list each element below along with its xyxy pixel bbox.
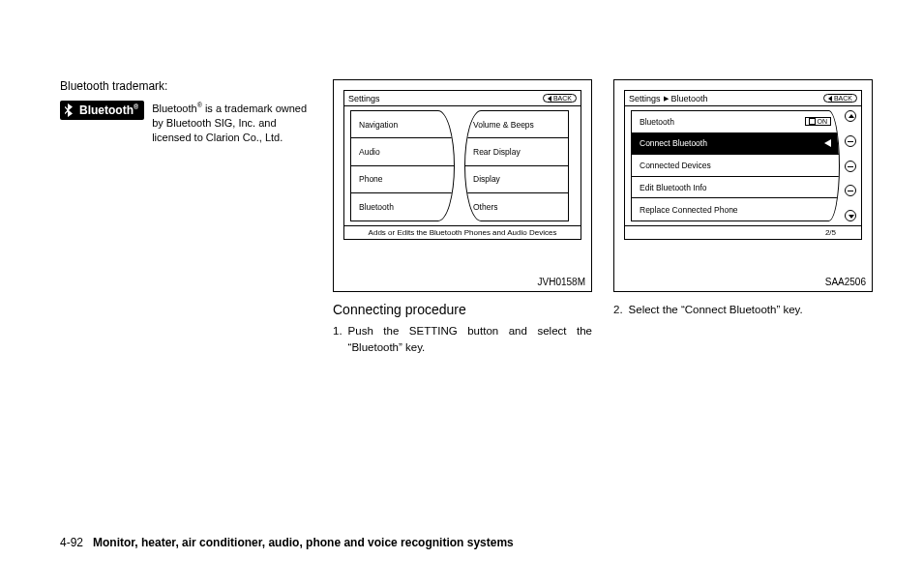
column-trademark: Bluetooth trademark: Bluetooth® Bluetoot… — [60, 79, 312, 379]
screen-settings-footer: Adds or Edits the Bluetooth Phones and A… — [344, 225, 581, 239]
figure-bluetooth: Settings ▶ Bluetooth BACK Bluetooth ON — [613, 79, 873, 292]
section-title: Monitor, heater, air conditioner, audio,… — [93, 536, 514, 549]
screen-bluetooth-body: Bluetooth ON Connect Bluetooth Connected… — [625, 106, 861, 225]
back-button-label: BACK — [553, 95, 572, 102]
scroll-controls — [845, 110, 858, 221]
bluetooth-logo: Bluetooth® — [60, 101, 144, 120]
scroll-mid3-icon[interactable] — [845, 185, 856, 196]
trademark-body: Bluetooth® is a trademark owned by Bluet… — [152, 101, 312, 146]
settings-left-panel: Navigation Audio Phone Bluetooth — [350, 110, 455, 221]
cursor-arrow-icon — [824, 139, 831, 147]
figure-settings: Settings BACK Navigation Audio Phone Blu… — [333, 79, 592, 292]
screen-settings-body: Navigation Audio Phone Bluetooth Volume … — [344, 106, 581, 225]
breadcrumb: Settings ▶ Bluetooth — [629, 94, 708, 103]
settings-right-panel: Volume & Beeps Rear Display Display Othe… — [464, 110, 569, 221]
screen-settings: Settings BACK Navigation Audio Phone Blu… — [343, 90, 581, 240]
column-figure2: Settings ▶ Bluetooth BACK Bluetooth ON — [613, 79, 873, 379]
menu-connect-bluetooth[interactable]: Connect Bluetooth — [632, 133, 839, 156]
menu-audio[interactable]: Audio — [351, 138, 454, 165]
crumb-bluetooth: Bluetooth — [671, 94, 708, 103]
screen-bluetooth-header: Settings ▶ Bluetooth BACK — [625, 91, 861, 106]
chevron-right-icon: ▶ — [664, 95, 669, 103]
menu-connect-bluetooth-label: Connect Bluetooth — [640, 138, 707, 148]
crumb-settings: Settings — [348, 94, 380, 103]
column-figure1: Settings BACK Navigation Audio Phone Blu… — [333, 79, 592, 379]
step-1: 1. Push the SETTING button and select th… — [333, 323, 592, 357]
menu-edit-bluetooth-info[interactable]: Edit Bluetooth Info — [632, 177, 839, 199]
connecting-procedure-heading: Connecting procedure — [333, 302, 592, 317]
back-button[interactable]: BACK — [823, 94, 857, 103]
on-indicator-label: ON — [818, 118, 828, 125]
bluetooth-logo-text: Bluetooth — [79, 103, 134, 117]
crumb-settings: Settings — [629, 94, 661, 103]
menu-navigation[interactable]: Navigation — [351, 111, 454, 138]
menu-rear-display[interactable]: Rear Display — [465, 138, 568, 165]
step-2-num: 2. — [613, 302, 623, 318]
screen-bluetooth: Settings ▶ Bluetooth BACK Bluetooth ON — [624, 90, 862, 240]
back-button[interactable]: BACK — [543, 94, 577, 103]
menu-replace-connected-phone[interactable]: Replace Connected Phone — [632, 198, 839, 220]
menu-phone[interactable]: Phone — [351, 166, 454, 193]
screen-settings-header: Settings BACK — [344, 91, 581, 106]
menu-bluetooth[interactable]: Bluetooth — [351, 193, 454, 220]
scroll-mid2-icon[interactable] — [845, 161, 856, 172]
screen-bluetooth-footer: 2/5 — [625, 225, 861, 239]
on-indicator: ON — [805, 117, 832, 126]
menu-others[interactable]: Others — [465, 193, 568, 220]
trademark-row: Bluetooth® Bluetooth® is a trademark own… — [60, 101, 312, 146]
menu-bluetooth-toggle-label: Bluetooth — [640, 117, 674, 127]
page-footer: 4-92 Monitor, heater, air conditioner, a… — [60, 536, 863, 549]
scroll-down-icon[interactable] — [845, 210, 856, 221]
figure-id-2: SAA2506 — [825, 277, 866, 287]
step-2: 2. Select the “Connect Bluetooth” key. — [613, 302, 873, 318]
trademark-heading: Bluetooth trademark: — [60, 79, 312, 93]
menu-volume-beeps[interactable]: Volume & Beeps — [465, 111, 568, 138]
breadcrumb: Settings — [348, 94, 380, 103]
scroll-mid1-icon[interactable] — [845, 135, 856, 147]
step-1-num: 1. — [333, 323, 342, 357]
back-button-label: BACK — [834, 95, 852, 102]
step-1-text: Push the SETTING button and select the “… — [348, 323, 592, 357]
bluetooth-logo-sup: ® — [134, 103, 138, 110]
step-2-text: Select the “Connect Bluetooth” key. — [629, 302, 873, 318]
page-number: 4-92 — [60, 536, 83, 549]
menu-bluetooth-toggle[interactable]: Bluetooth ON — [632, 111, 839, 133]
page-columns: Bluetooth trademark: Bluetooth® Bluetoot… — [60, 79, 863, 379]
scroll-up-icon[interactable] — [845, 110, 856, 122]
bluetooth-panel: Bluetooth ON Connect Bluetooth Connected… — [631, 110, 840, 221]
figure-id-1: JVH0158M — [538, 277, 585, 287]
menu-connected-devices[interactable]: Connected Devices — [632, 155, 839, 177]
trademark-body-pre: Bluetooth — [152, 103, 196, 114]
menu-display[interactable]: Display — [465, 166, 568, 193]
